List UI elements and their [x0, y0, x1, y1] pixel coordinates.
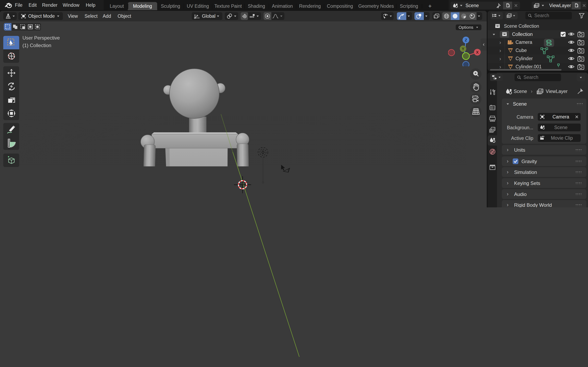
svg-text:X: X — [476, 50, 479, 54]
svg-text:Y: Y — [462, 47, 465, 51]
svg-text:Z: Z — [465, 38, 467, 42]
